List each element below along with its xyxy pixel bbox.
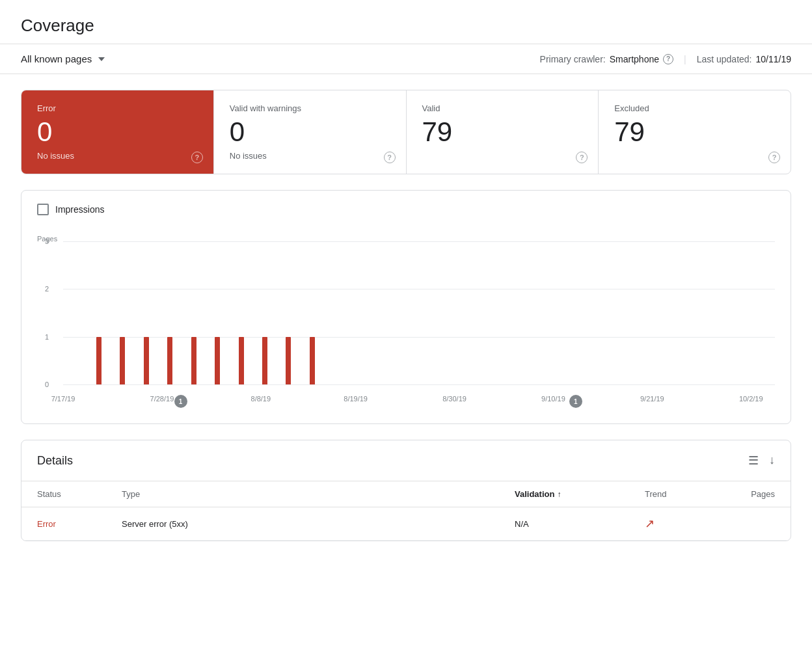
cell-type: Server error (5xx) [122,519,515,529]
x-label-1: 7/28/19 [150,395,174,410]
bar-group-29 [751,241,775,384]
bar-group-22 [585,241,608,384]
bar-8 [262,337,267,384]
x-label-6: 9/21/19 [640,395,664,410]
crawler-prefix: Primary crawler: [540,54,606,64]
chart-inner: 3 2 1 0 [63,241,775,384]
cell-validation: N/A [515,519,645,529]
cell-trend: ↗ [645,516,723,531]
bar-group-16 [443,241,467,384]
x-label-2: 8/8/19 [251,395,271,410]
bar-group-4 [158,241,182,384]
bar-group-27 [704,241,727,384]
bar-group-24 [632,241,656,384]
stat-error-value: 0 [37,118,198,146]
bar-group-11 [324,241,347,384]
error-help-icon[interactable]: ? [191,152,203,163]
stat-valid-value: 79 [422,118,583,146]
bar-group-18 [490,241,513,384]
stat-excluded-value: 79 [614,118,775,146]
details-section: Details ☰ ↓ Status Type Validation ↑ Tre… [21,440,791,541]
bar-group-3 [134,241,157,384]
bar-group-23 [609,241,632,384]
bar-2 [120,337,125,384]
bar-group-10 [301,241,324,384]
impressions-toggle[interactable]: Impressions [37,204,775,215]
chart-section: Impressions Pages 3 2 [21,190,791,424]
bar-group-17 [467,241,490,384]
x-label-7: 10/2/19 [739,395,763,410]
bar-5 [191,337,196,384]
filter-icon[interactable]: ☰ [748,453,759,468]
chevron-down-icon [98,57,105,61]
col-header-pages: Pages [723,489,775,499]
bar-group-19 [514,241,537,384]
warnings-help-icon[interactable]: ? [384,152,396,163]
col-header-validation[interactable]: Validation ↑ [515,489,645,499]
details-actions: ☰ ↓ [748,453,775,468]
bar-10 [310,337,315,384]
bar-group-12 [348,241,372,384]
page-header: Coverage [0,0,812,44]
stat-warnings-subtitle: No issues [230,151,390,161]
stat-error-title: Error [37,103,198,113]
y-tick-1: 1 [45,333,49,341]
bar-group-0 [63,241,87,384]
col-header-type: Type [122,489,515,499]
bar-group-20 [537,241,561,384]
x-label-0: 7/17/19 [51,395,75,410]
stat-error-subtitle: No issues [37,151,198,161]
details-header: Details ☰ ↓ [21,440,791,481]
bar-group-14 [396,241,419,384]
x-label-4: 8/30/19 [442,395,467,410]
table-header: Status Type Validation ↑ Trend Pages [21,481,791,507]
sort-arrow-icon: ↑ [557,490,561,499]
grid-line-0: 0 [63,384,775,385]
stat-warnings-title: Valid with warnings [230,103,390,113]
bar-1 [96,337,102,384]
last-updated-value: 10/11/19 [756,54,792,64]
chart-container: Pages 3 2 1 [37,228,775,410]
bar-3 [144,337,149,384]
bar-group-13 [372,241,395,384]
y-tick-2: 2 [45,285,49,293]
bar-group-21 [562,241,585,384]
details-title: Details [37,454,73,468]
last-updated-prefix: Last updated: [697,54,752,64]
excluded-help-icon[interactable]: ? [768,152,780,163]
bar-group-7 [229,241,252,384]
col-header-trend: Trend [645,489,723,499]
stat-card-valid-warnings: Valid with warnings 0 No issues ? [214,90,407,174]
x-label-5: 9/10/19 [541,395,565,410]
crawler-help-icon[interactable]: ? [663,54,673,64]
x-label-3: 8/19/19 [344,395,368,410]
bar-group-9 [277,241,300,384]
stat-valid-title: Valid [422,103,583,113]
x-axis: 7/17/19 7/28/19 8/8/19 8/19/19 8/30/19 9… [63,395,775,410]
bar-9 [286,337,291,384]
stats-row: Error 0 No issues ? Valid with warnings … [21,90,791,174]
page-title: Coverage [21,16,791,36]
valid-help-icon[interactable]: ? [576,152,588,163]
filter-bar: All known pages Primary crawler: Smartph… [0,44,812,74]
y-tick-3: 3 [45,237,49,245]
filter-info: Primary crawler: Smartphone ? | Last upd… [540,54,791,64]
bar-group-8 [253,241,277,384]
bar-group-1 [87,241,110,384]
bar-group-5 [182,241,205,384]
stat-card-excluded: Excluded 79 ? [599,90,791,174]
pages-filter-dropdown[interactable]: All known pages [21,53,105,64]
download-icon[interactable]: ↓ [769,453,775,468]
bar-group-15 [419,241,442,384]
crawler-value: Smartphone [610,54,659,64]
bar-7 [239,337,244,384]
impressions-checkbox[interactable] [37,204,49,215]
stat-card-error: Error 0 No issues ? [21,90,214,174]
stat-excluded-title: Excluded [614,103,775,113]
main-content: Error 0 No issues ? Valid with warnings … [0,74,812,557]
bar-group-25 [656,241,680,384]
bar-group-6 [206,241,229,384]
stat-warnings-value: 0 [230,118,390,146]
y-tick-0: 0 [45,381,49,388]
table-row: Error Server error (5xx) N/A ↗ [21,507,791,541]
